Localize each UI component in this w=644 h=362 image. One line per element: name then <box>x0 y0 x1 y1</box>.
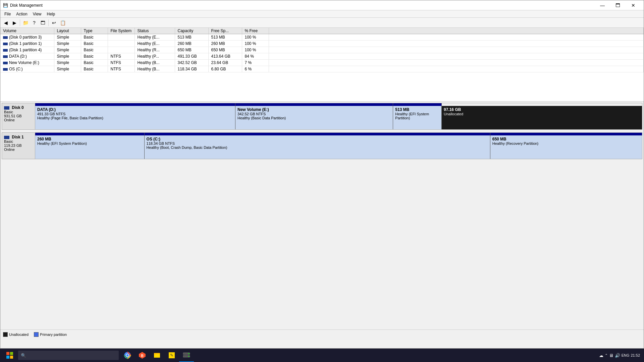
taskbar-app-chrome[interactable] <box>120 349 135 362</box>
maximize-button[interactable]: 🗖 <box>610 0 626 10</box>
menu-view[interactable]: View <box>30 11 44 17</box>
svg-rect-11 <box>154 353 157 354</box>
cell-volume: (Disk 1 partition 4) <box>0 47 54 53</box>
start-button[interactable] <box>1 349 18 362</box>
partition-line3-1-1: Healthy (Boot, Crash Dump, Basic Data Pa… <box>147 145 488 149</box>
cell-volume: OS (C:) <box>0 66 54 72</box>
cell-capacity: 118.34 GB <box>175 66 208 72</box>
cell-layout: Simple <box>54 66 81 72</box>
menu-help[interactable]: Help <box>44 11 58 17</box>
cell-type: Basic <box>81 60 108 66</box>
table-row[interactable]: (Disk 1 partition 4) Simple Basic Health… <box>0 47 644 53</box>
menu-file[interactable]: File <box>2 11 13 17</box>
cell-status: Healthy (E... <box>135 34 175 41</box>
partition-header-0-1 <box>235 103 393 106</box>
svg-text:✎: ✎ <box>170 353 173 358</box>
partition-content-0-3: 97.16 GB Unallocated <box>442 106 642 129</box>
taskbar-app-brave[interactable]: B <box>135 349 150 362</box>
menu-bar: File Action View Help <box>0 10 644 18</box>
table-row[interactable]: OS (C:) Simple Basic NTFS Healthy (B... … <box>0 66 644 72</box>
cell-free: 413.64 GB <box>208 53 242 60</box>
table-row[interactable]: (Disk 0 partition 3) Simple Basic Health… <box>0 34 644 41</box>
taskbar-chevron[interactable]: ⌃ <box>605 353 608 358</box>
taskbar-search[interactable]: 🔍 <box>18 351 119 360</box>
partition-1-1[interactable]: OS (C:) 118.34 GB NTFS Healthy (Boot, Cr… <box>145 133 490 159</box>
partition-1-2[interactable]: 650 MB Healthy (Recovery Partition) <box>490 133 642 159</box>
cell-status: Healthy (R... <box>135 47 175 53</box>
cell-status: Healthy (E... <box>135 41 175 47</box>
disk-type-0: Basic <box>4 110 33 114</box>
svg-rect-1 <box>10 352 13 355</box>
help-button[interactable]: ? <box>30 19 38 27</box>
window: 💾 Disk Management — 🗖 ✕ File Action View… <box>0 0 644 349</box>
partition-0-3[interactable]: 97.16 GB Unallocated <box>442 103 642 129</box>
cell-type: Basic <box>81 34 108 41</box>
cell-volume: New Volume (E:) <box>0 60 54 66</box>
taskbar-notification-icon[interactable]: ☁ <box>599 353 603 358</box>
taskbar-app-files[interactable] <box>150 349 164 362</box>
cell-capacity: 260 MB <box>175 41 208 47</box>
disk-label-1: Disk 1 Basic 119.23 GB Online <box>2 132 35 159</box>
disk-name-0: Disk 0 <box>4 105 33 110</box>
cell-type: Basic <box>81 66 108 72</box>
taskbar-right: ☁ ⌃ 🖥 🔊 ENG 21:52 <box>596 353 643 358</box>
partition-header-0-0 <box>35 103 235 106</box>
partition-0-2[interactable]: 513 MB Healthy (EFI System Partition) <box>393 103 442 129</box>
cell-status: Healthy (B... <box>135 60 175 66</box>
partition-header-1-0 <box>35 133 144 135</box>
toolbar-separator-2 <box>48 19 49 26</box>
volume-list: Volume Layout Type File System Status Ca… <box>0 28 644 102</box>
table-row[interactable]: (Disk 1 partition 1) Simple Basic Health… <box>0 41 644 47</box>
partition-line3-0-0: Healthy (Page File, Basic Data Partition… <box>37 116 233 120</box>
undo-button[interactable]: ↩ <box>50 19 58 27</box>
cell-extra <box>269 34 644 41</box>
cell-pct: 84 % <box>242 53 269 60</box>
clipboard-button[interactable]: 📋 <box>59 19 67 27</box>
partition-name-0-3: 97.16 GB <box>444 107 640 112</box>
cell-volume: (Disk 1 partition 1) <box>0 41 54 47</box>
forward-button[interactable]: ▶ <box>10 19 18 27</box>
taskbar-time: 21:52 <box>631 353 640 357</box>
taskbar-app-sticky[interactable]: ✎ <box>164 349 179 362</box>
menu-action[interactable]: Action <box>13 11 30 17</box>
cell-extra <box>269 47 644 53</box>
taskbar-app-diskmgmt[interactable] <box>179 349 194 362</box>
col-pct: % Free <box>242 28 269 34</box>
legend-primary: Primary partition <box>34 332 67 337</box>
title-bar: 💾 Disk Management — 🗖 ✕ <box>0 0 644 10</box>
svg-point-6 <box>126 354 129 357</box>
cell-type: Basic <box>81 53 108 60</box>
partition-1-0[interactable]: 260 MB Healthy (EFI System Partition) <box>35 133 145 159</box>
folder-button[interactable]: 📁 <box>21 19 30 27</box>
col-fs: File System <box>108 28 135 34</box>
cell-type: Basic <box>81 47 108 53</box>
partition-line2-1-1: 118.34 GB NTFS <box>147 141 488 145</box>
properties-button[interactable]: 🗔 <box>39 19 47 27</box>
partition-line2-0-3: Unallocated <box>444 112 640 116</box>
cell-extra <box>269 66 644 72</box>
taskbar-apps: B ✎ <box>120 349 194 362</box>
title-bar-controls: — 🗖 ✕ <box>595 0 641 10</box>
table-row[interactable]: DATA (D:) Simple Basic NTFS Healthy (P..… <box>0 53 644 60</box>
close-button[interactable]: ✕ <box>626 0 641 10</box>
taskbar-speaker[interactable]: 🔊 <box>615 353 620 358</box>
toolbar: ◀ ▶ 📁 ? 🗔 ↩ 📋 <box>0 18 644 28</box>
cell-pct: 6 % <box>242 66 269 72</box>
disk-partitions-1: 260 MB Healthy (EFI System Partition) OS… <box>35 132 642 159</box>
cell-free: 513 MB <box>208 34 242 41</box>
toolbar-separator-1 <box>20 19 20 26</box>
minimize-button[interactable]: — <box>595 0 610 10</box>
taskbar-network[interactable]: 🖥 <box>609 353 613 358</box>
table-row[interactable]: New Volume (E:) Simple Basic NTFS Health… <box>0 60 644 66</box>
cell-fs: NTFS <box>108 53 135 60</box>
legend: Unallocated Primary partition <box>0 329 644 339</box>
partition-0-0[interactable]: DATA (D:) 491.33 GB NTFS Healthy (Page F… <box>35 103 235 129</box>
partition-0-1[interactable]: New Volume (E:) 342.52 GB NTFS Healthy (… <box>235 103 393 129</box>
partition-header-0-3 <box>442 103 642 106</box>
back-button[interactable]: ◀ <box>2 19 10 27</box>
partition-line3-0-1: Healthy (Basic Data Partition) <box>237 116 391 120</box>
cell-status: Healthy (B... <box>135 66 175 72</box>
cell-fs <box>108 41 135 47</box>
legend-box-primary <box>34 332 39 337</box>
svg-point-16 <box>189 353 190 354</box>
